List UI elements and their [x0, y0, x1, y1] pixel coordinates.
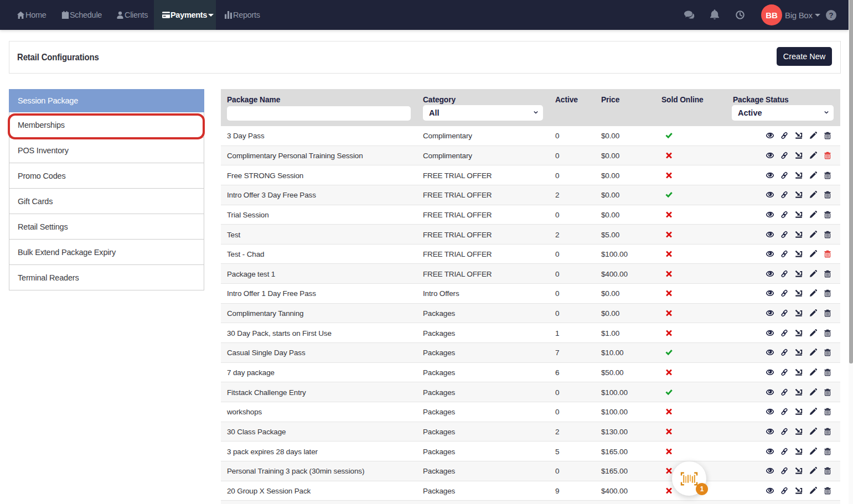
svg-text:?: ?	[829, 11, 834, 19]
